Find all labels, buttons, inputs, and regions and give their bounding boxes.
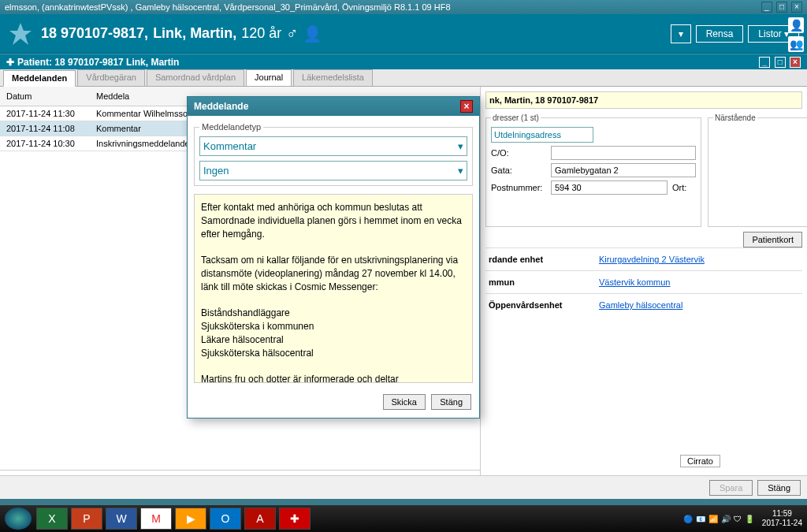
sub-title-text: Patient: 18 970107-9817 Link, Martin (17, 57, 179, 68)
kommun-link[interactable]: Västervik kommun (599, 277, 670, 287)
meddelande-modal: Meddelande × Meddelandetyp Kommentar Ing… (187, 96, 480, 419)
tab-meddelanden[interactable]: Meddelanden (3, 70, 76, 87)
user-icon[interactable]: 👤 (788, 17, 804, 33)
col-date[interactable]: Datum (3, 91, 96, 101)
taskbar-media-icon[interactable]: ▶ (175, 508, 206, 530)
sub-titlebar: ✚ Patient: 18 970107-9817 Link, Martin _… (0, 54, 807, 69)
taskbar-app-icon[interactable]: M (140, 508, 172, 530)
tab-journal[interactable]: Journal (246, 69, 292, 86)
window-titlebar: elmsson, (annkatrinwtestPVssk) , Gamleby… (0, 0, 807, 14)
kommun-label: mmun (489, 277, 599, 287)
plus-icon: ✚ (6, 57, 14, 68)
close-icon[interactable]: × (791, 2, 802, 13)
system-tray: 🔵 📧 📶 🔊 🛡 🔋 11:59 2017-11-24 (683, 509, 802, 528)
app-header: 18 970107-9817, Link, Martin, 120 år ♂ 👤… (0, 14, 807, 54)
skicka-button[interactable]: Skicka (383, 394, 426, 410)
ort-label: Ort: (672, 183, 696, 192)
window-controls: _ □ × (760, 2, 802, 13)
vardande-enhet-label: rdande enhet (489, 255, 599, 264)
tab-vardbegaran[interactable]: Vårdbegäran (77, 69, 145, 86)
dropdown-icon[interactable]: ▾ (671, 24, 691, 43)
stang-button[interactable]: Stäng (757, 480, 801, 496)
right-panel: nk, Martin, 18 970107-9817 dresser (1 st… (481, 87, 807, 499)
modal-titlebar[interactable]: Meddelande × (188, 97, 479, 116)
sub-close-icon[interactable]: × (790, 57, 801, 68)
modal-footer: Skicka Stäng (188, 389, 479, 418)
address-box: dresser (1 st) Utdelningsadress C/O: Gat… (485, 113, 701, 227)
taskbar-clock[interactable]: 11:59 2017-11-24 (757, 509, 802, 528)
tab-samordnad[interactable]: Samordnad vårdplan (147, 69, 244, 86)
vardande-enhet-link[interactable]: Kirurgavdelning 2 Västervik (599, 255, 705, 264)
rensa-button[interactable]: Rensa (696, 25, 744, 43)
post-input[interactable] (551, 180, 668, 195)
info-block-kommun: mmun Västervik kommun (485, 270, 802, 293)
sub-maximize-icon[interactable]: □ (775, 57, 786, 68)
window-title-text: elmsson, (annkatrinwtestPVssk) , Gamleby… (5, 2, 451, 12)
co-input[interactable] (551, 146, 696, 160)
tray-icon[interactable]: 📧 (696, 515, 705, 523)
patient-name-line: nk, Martin, 18 970107-9817 (485, 91, 802, 109)
gata-input[interactable] (551, 163, 696, 177)
patient-info: 18 970107-9817, Link, Martin, 120 år ♂ 👤 (41, 24, 322, 43)
meddelandetyp-fieldset: Meddelandetyp Kommentar Ingen (194, 122, 473, 186)
taskbar: X P W M ▶ O A ✚ 🔵 📧 📶 🔊 🛡 🔋 11:59 2017-1… (0, 505, 807, 532)
patientkort-button[interactable]: Patientkort (743, 232, 802, 247)
modal-stang-button[interactable]: Stäng (431, 394, 471, 410)
patient-age: 120 år (241, 25, 281, 42)
message-textarea[interactable]: Efter kontakt med anhöriga och kommun be… (194, 194, 473, 383)
oppenvard-label: Öppenvårdsenhet (489, 300, 599, 310)
app-logo-icon (8, 21, 33, 47)
adresser-legend: dresser (1 st) (491, 113, 541, 122)
cirrato-label: Cirrato (680, 455, 720, 467)
taskbar-plus-icon[interactable]: ✚ (279, 508, 311, 530)
male-icon: ♂ (286, 24, 298, 43)
tray-icon[interactable]: 📶 (708, 515, 718, 523)
gata-label: Gata: (491, 166, 546, 175)
taskbar-powerpoint-icon[interactable]: P (71, 508, 102, 530)
tray-icon[interactable]: 🛡 (734, 515, 742, 523)
post-label: Postnummer: (491, 183, 546, 192)
co-label: C/O: (491, 148, 546, 158)
msgtype-select-2[interactable]: Ingen (199, 161, 467, 180)
taskbar-pdf-icon[interactable]: A (244, 508, 276, 530)
person-icon: 👤 (303, 24, 322, 43)
group-icon[interactable]: 👥 (788, 36, 804, 52)
spara-button: Spara (709, 480, 753, 496)
svg-marker-0 (9, 23, 32, 45)
taskbar-word-icon[interactable]: W (106, 508, 137, 530)
minimize-icon[interactable]: _ (761, 2, 772, 13)
tray-icon[interactable]: 🔵 (683, 515, 693, 523)
sub-minimize-icon[interactable]: _ (759, 57, 770, 68)
narstaende-box: Närstående (708, 113, 807, 227)
maximize-icon[interactable]: □ (776, 2, 787, 13)
info-block-oppenvard: Öppenvårdsenhet Gamleby hälsocentral (485, 293, 802, 316)
patient-id: 18 970107-9817, (41, 25, 148, 42)
tray-icon[interactable]: 🔋 (745, 515, 754, 523)
info-block-unit: rdande enhet Kirurgavdelning 2 Västervik (485, 247, 802, 270)
start-button[interactable] (5, 508, 32, 530)
meddelandetyp-legend: Meddelandetyp (199, 122, 263, 132)
narstaende-legend: Närstående (713, 113, 757, 122)
oppenvard-link[interactable]: Gamleby hälsocentral (599, 300, 682, 310)
msgtype-select-1[interactable]: Kommentar (199, 136, 467, 156)
tab-lakemedel[interactable]: Läkemedelslista (293, 69, 373, 86)
tab-row: Meddelanden Vårdbegäran Samordnad vårdpl… (0, 69, 807, 87)
taskbar-excel-icon[interactable]: X (36, 508, 68, 530)
patient-name: Link, Martin, (153, 25, 236, 42)
main-footer: Spara Stäng (0, 475, 807, 499)
taskbar-outlook-icon[interactable]: O (210, 508, 241, 530)
tray-icon[interactable]: 🔊 (721, 515, 731, 523)
address-type-select[interactable]: Utdelningsadress (491, 127, 593, 143)
modal-close-icon[interactable]: × (460, 100, 473, 113)
modal-title-text: Meddelande (194, 101, 248, 112)
